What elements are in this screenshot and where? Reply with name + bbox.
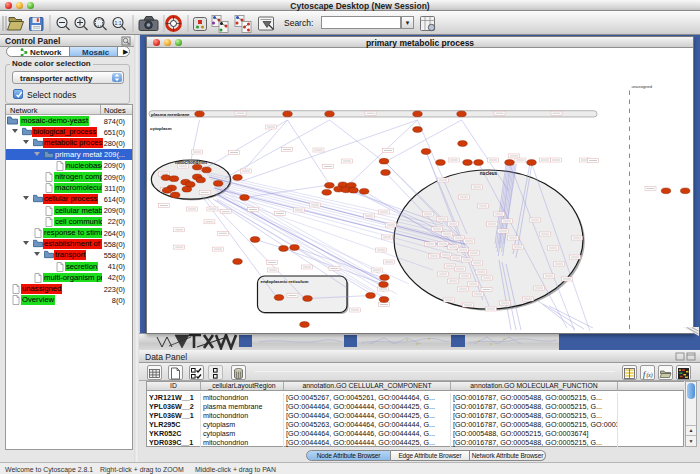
svg-text:cytoplasm: cytoplasm [150,126,172,131]
svg-text:nucleus: nucleus [480,171,498,176]
svg-text:plasma membrane: plasma membrane [151,112,190,117]
svg-text:unassigned: unassigned [632,84,652,89]
svg-text:1:1: 1:1 [115,20,122,26]
svg-text:(x): (x) [647,372,653,379]
svg-text:mitochondrion: mitochondrion [175,160,207,165]
svg-text:endoplasmic reticulum: endoplasmic reticulum [261,279,309,284]
